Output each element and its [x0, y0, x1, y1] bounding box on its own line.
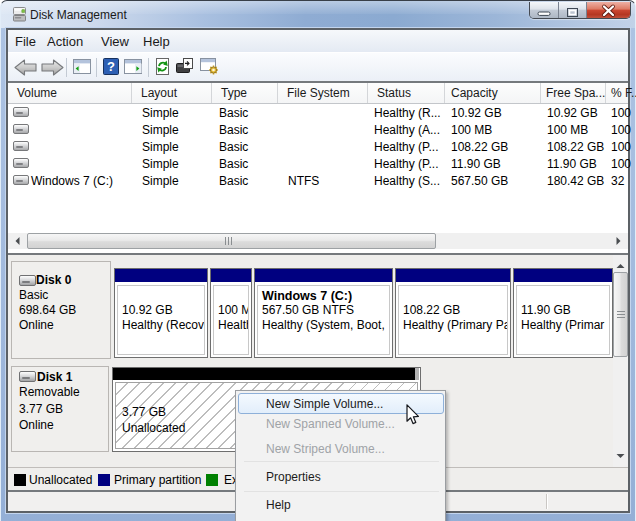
svg-text:?: ? — [107, 59, 115, 74]
